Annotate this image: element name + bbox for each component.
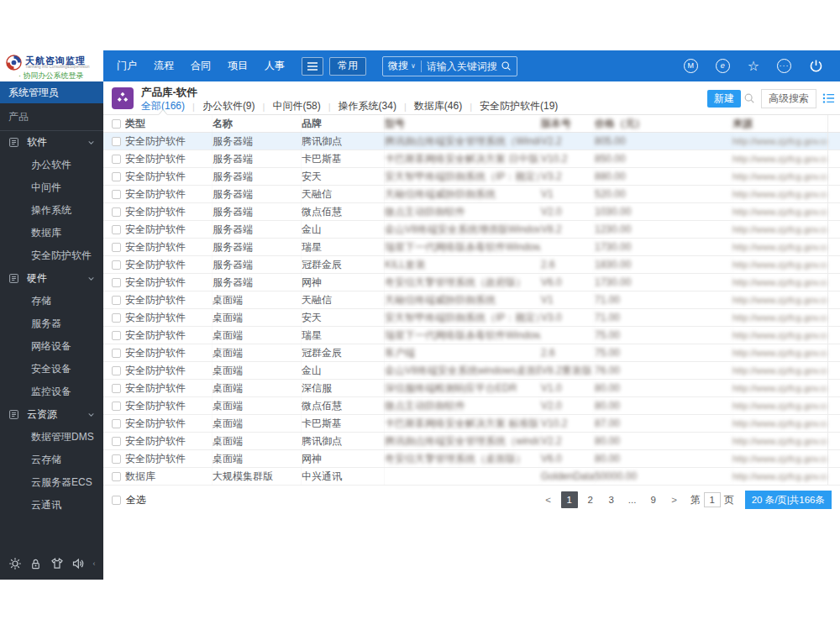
row-checkbox[interactable] xyxy=(112,207,121,217)
select-all-checkbox[interactable] xyxy=(112,496,121,505)
row-checkbox[interactable] xyxy=(112,366,121,375)
sidebar-item-1-3[interactable]: 安全设备 xyxy=(0,358,103,381)
sidebar-item-0-1[interactable]: 中间件 xyxy=(0,176,103,199)
settings-gear-icon[interactable] xyxy=(8,557,22,570)
tab-2[interactable]: 中间件(58) xyxy=(265,99,328,113)
favorite-star-icon[interactable]: ☆ xyxy=(748,60,759,73)
e-badge-icon[interactable]: e xyxy=(716,59,730,73)
nav-item-pinned[interactable]: 常用 xyxy=(329,57,366,76)
theme-shirt-icon[interactable] xyxy=(50,557,64,570)
m-badge-icon[interactable]: M xyxy=(684,59,698,73)
table-row[interactable]: 安全防护软件服务器端安天安天智甲终端防御系统（IP：额定）V3.2880.00h… xyxy=(103,168,840,186)
row-checkbox[interactable] xyxy=(112,225,121,234)
volume-icon[interactable] xyxy=(71,557,85,570)
table-row[interactable]: 数据库大规模集群版中兴通讯GoldenData s...50000.00http… xyxy=(103,468,840,486)
row-checkbox[interactable] xyxy=(112,313,121,323)
row-checkbox[interactable] xyxy=(112,349,121,358)
sidebar-item-2-3[interactable]: 云通讯 xyxy=(0,494,103,517)
table-search-icon[interactable] xyxy=(743,92,755,104)
row-checkbox[interactable] xyxy=(112,260,121,270)
page-next-button[interactable]: > xyxy=(666,491,683,508)
table-row[interactable]: 安全防护软件桌面端网神奇安信天擎管理系统（桌面版）V6.080.00http:/… xyxy=(103,450,840,468)
page-button-9[interactable]: 9 xyxy=(645,491,662,508)
list-view-icon[interactable] xyxy=(822,92,835,104)
tab-3[interactable]: 操作系统(34) xyxy=(331,99,404,113)
sidebar-group-0[interactable]: 软件 xyxy=(0,131,103,154)
search-icon[interactable] xyxy=(501,60,512,71)
row-checkbox[interactable] xyxy=(112,419,121,428)
more-dots-icon[interactable]: ··· xyxy=(777,59,791,73)
row-checkbox[interactable] xyxy=(112,243,121,252)
nav-item-1[interactable]: 流程 xyxy=(154,59,174,73)
table-row[interactable]: 安全防护软件服务器端腾讯御点腾讯御点终端安全管理系统（Windows版）V2.2… xyxy=(103,133,840,150)
table-row[interactable]: 安全防护软件服务器端微点佰慧微点主动防御软件V2.01030.00http://… xyxy=(103,203,840,221)
table-row[interactable]: 安全防护软件服务器端冠群金辰KILL套装2.61830.00http://www… xyxy=(103,256,840,274)
row-checkbox[interactable] xyxy=(112,402,121,411)
tab-1[interactable]: 办公软件(9) xyxy=(195,99,263,113)
nav-item-2[interactable]: 合同 xyxy=(191,59,211,73)
sidebar-item-2-1[interactable]: 云存储 xyxy=(0,449,103,471)
search-scope-dropdown[interactable]: 微搜∨ xyxy=(388,59,416,73)
row-checkbox[interactable] xyxy=(112,190,121,199)
sidebar-item-2-2[interactable]: 云服务器ECS xyxy=(0,471,103,494)
select-all[interactable]: 全选 xyxy=(112,493,146,507)
table-row[interactable]: 安全防护软件服务器端卡巴斯基卡巴斯基网络安全解决方案 日中版...V10.285… xyxy=(103,150,840,168)
sidebar-item-0-4[interactable]: 安全防护软件 xyxy=(0,244,103,267)
table-row[interactable]: 安全防护软件服务器端网神奇安信天擎管理系统（政府版）V6.01730.00htt… xyxy=(103,274,840,291)
sidebar-section-product[interactable]: 产品 xyxy=(0,103,103,130)
sidebar-item-1-2[interactable]: 网络设备 xyxy=(0,335,103,358)
new-button[interactable]: 新建 xyxy=(707,90,741,108)
page-jump-input[interactable] xyxy=(704,492,721,507)
page-ellipsis[interactable]: ... xyxy=(624,491,641,508)
row-checkbox[interactable] xyxy=(112,454,121,464)
table-row[interactable]: 安全防护软件桌面端安天安天智甲终端防御系统（IP：额定）V3.071.00htt… xyxy=(103,309,840,327)
sidebar-item-0-3[interactable]: 数据库 xyxy=(0,222,103,244)
page-button-2[interactable]: 2 xyxy=(582,491,599,508)
table-row[interactable]: 安全防护软件桌面端腾讯御点腾讯御点终端安全管理系统（windows版）V2.28… xyxy=(103,433,840,450)
nav-item-0[interactable]: 门户 xyxy=(117,59,137,73)
sidebar-item-1-4[interactable]: 监控设备 xyxy=(0,381,103,403)
table-row[interactable]: 安全防护软件桌面端瑞星瑞星下一代网络版杀毒软件Windows桌面75.00htt… xyxy=(103,327,840,344)
nav-item-3[interactable]: 项目 xyxy=(228,59,248,73)
table-row[interactable]: 安全防护软件桌面端深信服深信服终端检测响应平台EDRV1.080.00http:… xyxy=(103,380,840,397)
page-prev-button[interactable]: < xyxy=(540,491,557,508)
sidebar-item-1-1[interactable]: 服务器 xyxy=(0,312,103,335)
sidebar-group-2[interactable]: 云资源 xyxy=(0,403,103,426)
search-input[interactable] xyxy=(427,60,501,72)
table-row[interactable]: 安全防护软件服务器端金山金山V8终端安全系统增强版Windows新版V8.212… xyxy=(103,221,840,239)
oa-login-link[interactable]: · 协同办公系统登录 xyxy=(18,71,84,81)
row-checkbox[interactable] xyxy=(112,155,121,164)
sidebar-item-2-0[interactable]: 数据管理DMS xyxy=(0,426,103,449)
table-row[interactable]: 安全防护软件服务器端天融信天融信终端威胁防御系统V1520.00http://w… xyxy=(103,186,840,203)
row-checkbox[interactable] xyxy=(112,331,121,340)
table-row[interactable]: 安全防护软件桌面端天融信天融信终端威胁防御系统V171.00http://www… xyxy=(103,291,840,309)
row-checkbox[interactable] xyxy=(112,172,121,181)
sidebar-group-1[interactable]: 硬件 xyxy=(0,267,103,290)
header-checkbox[interactable] xyxy=(112,119,121,129)
table-row[interactable]: 安全防护软件桌面端微点佰慧微点主动防御软件V2.080.00http://www… xyxy=(103,397,840,415)
lock-icon[interactable] xyxy=(29,558,42,570)
page-size-summary-badge[interactable]: 20 条/页|共166条 xyxy=(745,491,832,509)
row-checkbox[interactable] xyxy=(112,384,121,393)
advanced-search-button[interactable]: 高级搜索 xyxy=(761,89,816,108)
table-row[interactable]: 安全防护软件桌面端金山金山V8终端安全系统windows桌面版V8.2重装版76… xyxy=(103,362,840,380)
power-icon[interactable] xyxy=(809,59,823,73)
collapse-arrow-icon[interactable]: ‹ xyxy=(93,559,96,568)
nav-item-4[interactable]: 人事 xyxy=(265,59,285,73)
sidebar-item-0-2[interactable]: 操作系统 xyxy=(0,199,103,222)
table-row[interactable]: 安全防护软件服务器端瑞星瑞星下一代网络版杀毒软件Windows版1730.00h… xyxy=(103,239,840,256)
row-checkbox[interactable] xyxy=(112,296,121,305)
tab-5[interactable]: 安全防护软件(19) xyxy=(472,99,565,113)
nav-menu-button[interactable] xyxy=(302,57,323,76)
table-row[interactable]: 安全防护软件桌面端冠群金辰客户端2.675.00http://www.zjzfc… xyxy=(103,344,840,362)
row-checkbox[interactable] xyxy=(112,437,121,446)
page-button-1[interactable]: 1 xyxy=(561,491,578,508)
tab-4[interactable]: 数据库(46) xyxy=(407,99,470,113)
sidebar-item-1-0[interactable]: 存储 xyxy=(0,290,103,312)
sidebar-item-0-0[interactable]: 办公软件 xyxy=(0,154,103,176)
row-checkbox[interactable] xyxy=(112,472,121,481)
row-checkbox[interactable] xyxy=(112,137,121,146)
table-row[interactable]: 安全防护软件桌面端卡巴斯基卡巴斯基网络安全解决方案 标准版 +SO...V10.… xyxy=(103,415,840,433)
row-checkbox[interactable] xyxy=(112,278,121,287)
page-button-3[interactable]: 3 xyxy=(603,491,620,508)
